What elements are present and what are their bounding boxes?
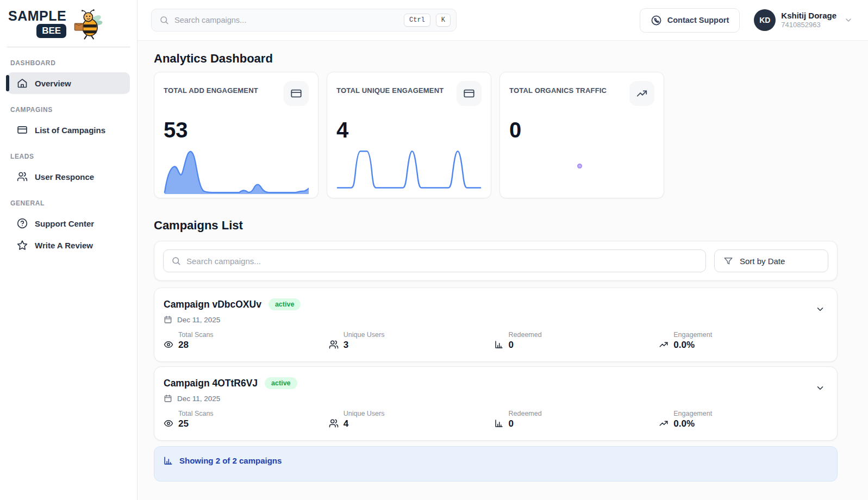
stat-total-scans: Total Scans 25	[164, 410, 329, 429]
stat-value: 25	[178, 418, 214, 429]
stat-label: Engagement	[673, 331, 712, 339]
global-search-input[interactable]	[174, 16, 398, 24]
phone-icon	[651, 15, 662, 26]
campaign-card[interactable]: Campaign vDbcOXUv active Dec 11, 2025 To…	[154, 288, 838, 362]
brand-logo: SAMPLE BEE	[7, 8, 130, 47]
main-content: Analytics Dashboard TOTAL ADD ENGAGEMENT…	[138, 41, 868, 500]
bar-chart-icon	[494, 340, 504, 349]
trending-up-icon	[636, 88, 648, 99]
stat-value: 4	[336, 118, 482, 142]
sidebar-item-label: Support Center	[35, 219, 94, 228]
data-point-dot	[577, 164, 582, 168]
sidebar-item-label: List of Campagins	[35, 126, 105, 135]
top-bar: Ctrl K Contact Support KD Kshitij Dorage…	[138, 0, 868, 41]
eye-icon	[164, 340, 173, 349]
calendar-icon	[164, 315, 172, 324]
sidebar-item-overview[interactable]: Overview	[7, 72, 130, 94]
stat-unique-users: Unique Users 3	[329, 331, 494, 351]
line-sparkline-chart	[336, 142, 482, 194]
stat-value: 28	[178, 340, 214, 351]
sidebar-item-write-review[interactable]: Write A Review	[7, 234, 130, 256]
users-icon	[329, 340, 339, 349]
search-icon	[171, 256, 181, 266]
home-icon	[17, 78, 28, 89]
filter-icon	[723, 256, 733, 266]
users-icon	[17, 171, 28, 182]
stat-total-scans: Total Scans 28	[164, 331, 329, 351]
stat-value: 4	[344, 418, 385, 429]
page-title: Analytics Dashboard	[154, 52, 838, 66]
nav-section-dashboard: DASHBOARD	[10, 59, 127, 67]
sidebar-item-user-response[interactable]: User Responce	[7, 166, 130, 188]
campaigns-list-title: Campaigns List	[154, 218, 838, 233]
area-sparkline-chart	[164, 142, 309, 194]
stat-label: Engagement	[673, 410, 712, 417]
calendar-icon	[164, 394, 172, 403]
status-badge: active	[265, 377, 297, 389]
card-icon-button[interactable]	[284, 81, 309, 106]
card-icon-button[interactable]	[457, 81, 482, 106]
campaigns-search-input[interactable]	[186, 257, 698, 266]
stat-engagement: Engagement 0.0%	[659, 410, 824, 429]
eye-icon	[164, 418, 173, 428]
avatar: KD	[754, 9, 776, 31]
chevron-down-icon[interactable]	[815, 383, 825, 393]
shortcut-ctrl-key: Ctrl	[404, 14, 430, 27]
users-icon	[329, 418, 339, 428]
dot-chart	[509, 142, 654, 190]
stat-label: TOTAL UNIQUE ENGAGEMENT	[336, 86, 444, 95]
sort-by-date-button[interactable]: Sort by Date	[714, 249, 828, 272]
brand-badge: BEE	[36, 24, 66, 38]
status-badge: active	[268, 298, 301, 310]
card-icon	[463, 88, 475, 99]
nav-section-general: GENERAL	[10, 199, 127, 207]
campaign-card[interactable]: Campaign 4OTtR6VJ active Dec 11, 2025 To…	[154, 366, 838, 441]
shortcut-k-key: K	[436, 14, 451, 27]
stat-card-total-unique-engagement: TOTAL UNIQUE ENGAGEMENT 4	[327, 72, 491, 198]
stat-value: 0.0%	[673, 340, 712, 351]
stat-card-total-add-engagement: TOTAL ADD ENGAGEMENT 53	[154, 72, 319, 198]
global-search[interactable]: Ctrl K	[151, 9, 457, 32]
sort-button-label: Sort by Date	[740, 257, 785, 266]
card-icon	[290, 88, 302, 99]
stat-label: Redeemed	[509, 331, 542, 339]
user-menu[interactable]: KD Kshitij Dorage 7410852963	[754, 9, 853, 31]
results-count-text: Showing 2 of 2 campaigns	[179, 456, 282, 465]
chevron-down-icon[interactable]	[815, 304, 825, 314]
trending-up-icon	[659, 340, 669, 349]
stat-cards-row: TOTAL ADD ENGAGEMENT 53	[154, 72, 838, 198]
campaign-name: Campaign 4OTtR6VJ	[164, 378, 258, 389]
line-path	[338, 151, 480, 188]
card-icon	[17, 124, 28, 135]
stat-value: 0.0%	[673, 418, 712, 429]
sidebar-item-label: Write A Review	[35, 241, 93, 250]
trending-icon-button[interactable]	[629, 81, 654, 106]
stat-value: 53	[164, 118, 309, 142]
bee-mascot-icon	[72, 9, 103, 40]
sidebar-item-support-center[interactable]: Support Center	[7, 212, 130, 234]
sidebar-item-label: User Responce	[35, 172, 94, 182]
app-root: SAMPLE BEE DASHBOARD	[0, 0, 868, 500]
stat-value: 0	[509, 418, 542, 429]
sidebar: SAMPLE BEE DASHBOARD	[0, 0, 138, 500]
stat-value: 0	[509, 340, 542, 351]
results-count-banner: Showing 2 of 2 campaigns	[154, 446, 838, 482]
nav-section-campaigns: CAMPAGINS	[10, 106, 127, 114]
stat-value: 3	[344, 340, 385, 351]
bar-chart-icon	[494, 418, 504, 428]
stat-redeemed: Redeemed 0	[494, 410, 659, 429]
stat-label: Redeemed	[509, 410, 542, 417]
sidebar-item-list-of-campaigns[interactable]: List of Campagins	[7, 119, 130, 141]
stat-card-total-organics-traffic: TOTAL ORGANICS TRAFFIC 0	[499, 72, 664, 198]
user-phone: 7410852963	[781, 21, 836, 29]
stat-label: TOTAL ADD ENGAGEMENT	[164, 86, 258, 95]
stat-unique-users: Unique Users 4	[329, 410, 494, 429]
campaigns-toolbar: Sort by Date	[154, 241, 838, 281]
stat-label: Unique Users	[344, 331, 385, 339]
campaigns-search[interactable]	[163, 249, 706, 272]
contact-support-label: Contact Support	[667, 16, 729, 24]
contact-support-button[interactable]: Contact Support	[640, 8, 740, 33]
campaign-name: Campaign vDbcOXUv	[164, 299, 261, 310]
chevron-down-icon[interactable]	[844, 16, 853, 24]
stat-label: Total Scans	[178, 410, 214, 417]
